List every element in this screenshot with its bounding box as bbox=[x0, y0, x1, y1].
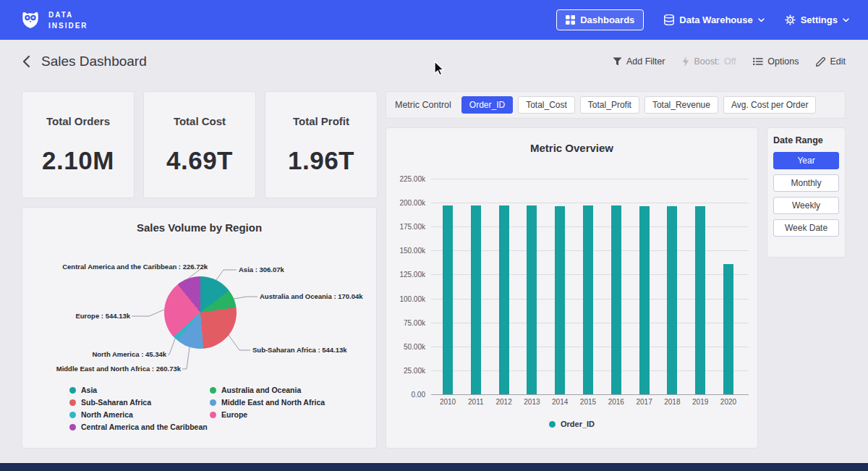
bar-rect[interactable] bbox=[583, 205, 593, 394]
legend-label: North America bbox=[81, 410, 133, 419]
nav-settings-label: Settings bbox=[801, 14, 838, 25]
pie-legend-item-north-america[interactable]: North America bbox=[69, 410, 208, 419]
date-range-label: Date Range bbox=[773, 135, 839, 145]
navbar-menu: Dashboards Data Warehouse bbox=[556, 9, 849, 30]
bar-rect[interactable] bbox=[611, 205, 621, 394]
pie-slice-label-middle-east-north-africa: Middle East and North Africa : 260.73k bbox=[56, 365, 181, 373]
bar-2013[interactable] bbox=[527, 179, 537, 394]
date-range-year[interactable]: Year bbox=[773, 152, 839, 169]
date-range-monthly[interactable]: Monthly bbox=[773, 174, 839, 192]
pie-legend-item-australia-and-oceania[interactable]: Australia and Oceania bbox=[210, 386, 325, 394]
y-axis-tick-label: 25.00k bbox=[404, 366, 425, 374]
gridline bbox=[431, 394, 749, 395]
nav-settings-button[interactable]: Settings bbox=[785, 14, 849, 25]
pie-legend-item-central-america-and-the-caribbean[interactable]: Central America and the Caribbean bbox=[69, 423, 208, 431]
bar-2011[interactable] bbox=[471, 179, 481, 394]
bar-2010[interactable] bbox=[443, 179, 453, 394]
metric-button-total-cost[interactable]: Total_Cost bbox=[518, 96, 575, 114]
brand-text: DATA INSIDER bbox=[48, 9, 88, 31]
edit-button[interactable]: Edit bbox=[816, 56, 846, 67]
bar-series bbox=[443, 179, 733, 394]
options-label: Options bbox=[767, 56, 799, 67]
kpi-card-total-cost: Total Cost 4.69T bbox=[144, 92, 255, 198]
x-axis-tick: 2014 bbox=[555, 398, 565, 406]
bar-rect[interactable] bbox=[471, 205, 481, 394]
y-axis-tick-label: 200.00k bbox=[399, 199, 425, 207]
options-list-icon bbox=[753, 57, 763, 66]
back-button[interactable] bbox=[22, 55, 30, 68]
nav-data-warehouse-button[interactable]: Data Warehouse bbox=[664, 14, 764, 25]
options-button[interactable]: Options bbox=[753, 56, 799, 67]
y-axis-tick-label: 50.00k bbox=[404, 342, 425, 350]
metric-button-avg-cost-per-order[interactable]: Avg. Cost per Order bbox=[723, 96, 817, 114]
bar-legend-item-order-id[interactable]: Order_ID bbox=[549, 420, 595, 428]
bar-2014[interactable] bbox=[555, 179, 565, 394]
x-axis-tick-label: 2011 bbox=[468, 398, 484, 406]
dashboard-page: DATA INSIDER Dashboards Data Warehouse bbox=[0, 0, 868, 471]
pie-slice-label-north-america: North America : 45.34k bbox=[92, 350, 166, 358]
chevron-left-icon bbox=[22, 55, 30, 68]
y-axis-tick-label: 225.00k bbox=[399, 175, 425, 183]
bar-chart-title: Metric Overview bbox=[386, 142, 757, 154]
y-axis-tick-label: 100.00k bbox=[399, 294, 425, 302]
x-axis-tick-label: 2010 bbox=[440, 398, 456, 406]
pie-legend-item-sub-saharan-africa[interactable]: Sub-Saharan Africa bbox=[69, 398, 208, 407]
database-icon bbox=[664, 14, 674, 25]
bar-2017[interactable] bbox=[639, 179, 650, 394]
nav-dashboards-button[interactable]: Dashboards bbox=[556, 9, 644, 30]
bar-2018[interactable] bbox=[667, 179, 677, 394]
chevron-down-icon bbox=[843, 18, 849, 22]
pie-slice-label-europe: Europe : 544.13k bbox=[75, 312, 130, 320]
date-range-week-date[interactable]: Week Date bbox=[773, 219, 839, 237]
bar-2015[interactable] bbox=[583, 179, 593, 394]
bar-rect[interactable] bbox=[499, 205, 509, 394]
y-axis-tick-label: 0.00 bbox=[412, 391, 425, 399]
bar-2020[interactable] bbox=[723, 179, 733, 394]
bar-2016[interactable] bbox=[611, 179, 621, 394]
bar-rect[interactable] bbox=[555, 206, 565, 394]
pie-slice-label-asia: Asia : 306.07k bbox=[239, 266, 284, 273]
x-axis-tick: 2011 bbox=[471, 398, 481, 406]
brand-line1: DATA bbox=[48, 9, 88, 20]
metric-control-bar: Metric Control Order_IDTotal_CostTotal_P… bbox=[386, 92, 845, 118]
bar-rect[interactable] bbox=[527, 205, 537, 394]
boost-value: Off bbox=[724, 56, 736, 67]
kpi-value: 1.96T bbox=[288, 146, 354, 175]
nav-data-warehouse-label: Data Warehouse bbox=[679, 14, 752, 25]
bar-rect[interactable] bbox=[723, 264, 733, 394]
legend-label: Central America and the Caribbean bbox=[81, 423, 208, 431]
x-axis-tick-label: 2017 bbox=[636, 398, 652, 406]
metric-button-total-revenue[interactable]: Total_Revenue bbox=[644, 96, 718, 114]
bar-2019[interactable] bbox=[695, 179, 705, 394]
bar-rect[interactable] bbox=[667, 206, 677, 394]
boost-toggle[interactable]: Boost: Off bbox=[682, 56, 736, 67]
x-axis-tick-label: 2014 bbox=[552, 398, 568, 406]
metric-button-order-id[interactable]: Order_ID bbox=[461, 96, 513, 114]
dashboards-grid-icon bbox=[566, 15, 575, 25]
bar-2012[interactable] bbox=[499, 179, 509, 394]
metric-button-total-profit[interactable]: Total_Profit bbox=[580, 96, 639, 114]
bar-rect[interactable] bbox=[695, 206, 705, 395]
y-axis-tick-label: 125.00k bbox=[399, 271, 425, 279]
x-axis-tick-label: 2012 bbox=[495, 398, 511, 406]
bar-rect[interactable] bbox=[639, 206, 650, 394]
boost-label: Boost: bbox=[694, 56, 719, 67]
pie-legend-item-middle-east-and-north-africa[interactable]: Middle East and North Africa bbox=[210, 398, 325, 407]
pie-slice-label-central-america-caribbean: Central America and the Caribbean : 226.… bbox=[62, 263, 208, 271]
pie-chart[interactable] bbox=[164, 276, 237, 349]
pie-legend-item-europe[interactable]: Europe bbox=[210, 410, 325, 419]
pie-legend-col-2: Australia and OceaniaMiddle East and Nor… bbox=[210, 386, 325, 419]
brand-line2: INSIDER bbox=[48, 20, 88, 31]
kpi-label: Total Cost bbox=[174, 115, 226, 127]
y-axis-tick-label: 75.00k bbox=[404, 318, 425, 326]
pie-legend-item-asia[interactable]: Asia bbox=[69, 386, 208, 394]
dashboard-header: Sales Dashboard Add Filter Boost: Off bbox=[0, 40, 868, 83]
date-range-weekly[interactable]: Weekly bbox=[773, 197, 839, 214]
date-range-panel: Date Range YearMonthlyWeeklyWeek Date bbox=[767, 128, 845, 257]
brand-logo[interactable]: DATA INSIDER bbox=[19, 9, 88, 32]
legend-dot bbox=[69, 387, 76, 394]
kpi-card-total-profit: Total Profit 1.96T bbox=[265, 92, 377, 198]
bar-chart-card: Metric Overview 225.00k200.00k175.00k150… bbox=[386, 128, 757, 448]
bar-rect[interactable] bbox=[443, 205, 453, 394]
add-filter-button[interactable]: Add Filter bbox=[613, 56, 665, 67]
